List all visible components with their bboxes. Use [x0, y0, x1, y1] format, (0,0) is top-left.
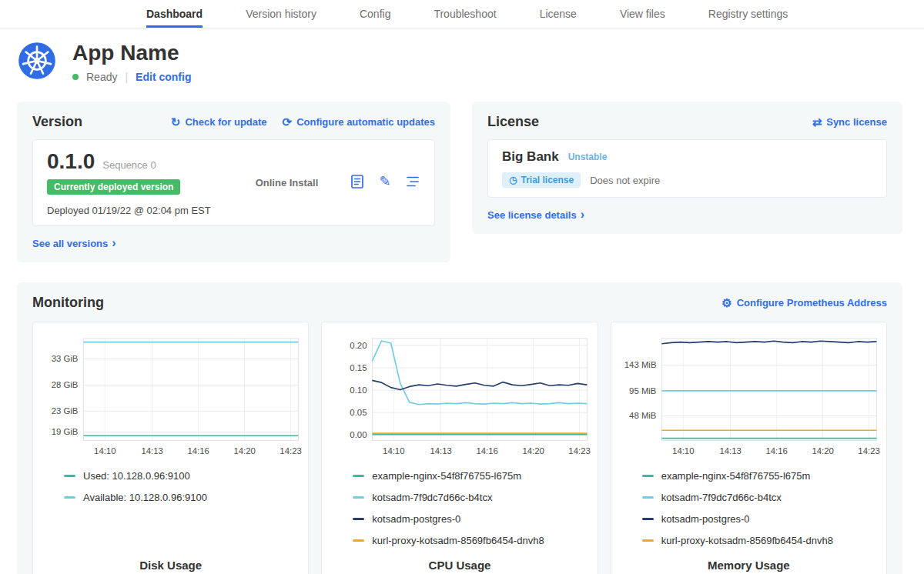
svg-text:14:20: 14:20 — [523, 446, 544, 456]
configure-prometheus-label: Configure Prometheus Address — [737, 297, 887, 309]
svg-text:14:16: 14:16 — [187, 446, 209, 456]
legend-label: kotsadm-postgres-0 — [661, 513, 750, 525]
check-for-update-label: Check for update — [185, 116, 266, 128]
sync-license-link[interactable]: ⇄ Sync license — [812, 116, 887, 128]
tab-troubleshoot[interactable]: Troubleshoot — [434, 0, 496, 28]
legend-swatch-icon — [642, 475, 654, 477]
legend-swatch-icon — [353, 496, 364, 499]
configure-automatic-updates-link[interactable]: ⟳ Configure automatic updates — [283, 116, 435, 128]
legend-swatch-icon — [353, 518, 364, 520]
svg-text:0.15: 0.15 — [350, 363, 367, 372]
refresh-icon: ↻ — [171, 116, 181, 128]
legend-label: kurl-proxy-kotsadm-8569fb6454-dnvh8 — [661, 535, 833, 546]
svg-text:14:20: 14:20 — [812, 446, 833, 456]
version-number: 0.1.0 — [47, 149, 95, 174]
chart-legend: example-nginx-54f8f76755-l675mkotsadm-7f… — [328, 470, 591, 556]
license-detail-box: Big Bank Unstable ◷ Trial license Does n… — [487, 139, 887, 198]
legend-label: example-nginx-54f8f76755-l675m — [661, 470, 811, 482]
svg-text:14:23: 14:23 — [569, 446, 591, 456]
configure-automatic-updates-label: Configure automatic updates — [296, 116, 435, 128]
check-for-update-link[interactable]: ↻ Check for update — [171, 116, 267, 128]
gear-icon: ⚙ — [721, 297, 732, 309]
legend-item: kurl-proxy-kotsadm-8569fb6454-dnvh8 — [353, 535, 591, 546]
legend-label: kotsadm-postgres-0 — [372, 513, 460, 525]
svg-text:28 GiB: 28 GiB — [52, 380, 79, 389]
see-all-versions-link[interactable]: See all versions › — [32, 237, 116, 249]
cpu-usage-plot: 14:1014:1314:1614:2014:230.000.050.100.1… — [328, 332, 591, 461]
legend-label: kotsadm-7f9dc7d66c-b4tcx — [372, 492, 492, 503]
memory-usage-plot: 14:1014:1314:1614:2014:2348 MiB95 MiB143… — [618, 332, 880, 461]
chart-disk-usage: 14:1014:1314:1614:2014:2319 GiB23 GiB28 … — [32, 322, 309, 574]
current-version-box: 0.1.0 Sequence 0 Currently deployed vers… — [32, 139, 435, 226]
svg-text:48 MiB: 48 MiB — [629, 411, 656, 420]
edit-patch-icon[interactable]: ✎ — [377, 174, 393, 189]
deployed-version-badge: Currently deployed version — [47, 179, 180, 195]
app-header-text: App Name Ready | Edit config — [72, 41, 191, 83]
release-notes-icon[interactable] — [350, 174, 365, 189]
svg-text:14:16: 14:16 — [477, 446, 498, 456]
ready-status-dot-icon — [72, 74, 79, 80]
configure-prometheus-link[interactable]: ⚙ Configure Prometheus Address — [721, 297, 887, 309]
legend-item: kotsadm-postgres-0 — [353, 513, 591, 525]
legend-swatch-icon — [64, 496, 75, 499]
svg-text:14:23: 14:23 — [280, 446, 301, 456]
edit-config-link[interactable]: Edit config — [136, 71, 191, 83]
license-card: License ⇄ Sync license Big Bank Unstable… — [472, 102, 902, 234]
svg-text:0.20: 0.20 — [350, 340, 367, 349]
sync-icon: ⇄ — [812, 116, 822, 128]
chart-title: CPU Usage — [328, 559, 591, 573]
top-navigation: Dashboard Version history Config Trouble… — [0, 0, 924, 28]
legend-swatch-icon — [353, 475, 364, 477]
chart-title: Disk Usage — [39, 559, 302, 573]
legend-item: example-nginx-54f8f76755-l675m — [642, 470, 880, 482]
svg-text:14:20: 14:20 — [233, 446, 255, 456]
channel-label: Unstable — [568, 152, 608, 162]
trial-license-badge: ◷ Trial license — [502, 172, 581, 188]
tab-config[interactable]: Config — [360, 0, 390, 28]
disk-usage-plot: 14:1014:1314:1614:2014:2319 GiB23 GiB28 … — [39, 332, 302, 461]
summary-cards-row: Version ↻ Check for update ⟳ Configure a… — [17, 102, 902, 262]
svg-text:14:13: 14:13 — [719, 446, 741, 456]
diff-icon[interactable] — [405, 174, 420, 189]
chevron-right-icon: › — [581, 209, 584, 221]
legend-label: kurl-proxy-kotsadm-8569fb6454-dnvh8 — [372, 535, 544, 546]
clock-icon: ◷ — [509, 175, 517, 185]
tab-version-history[interactable]: Version history — [246, 0, 316, 28]
svg-text:14:13: 14:13 — [430, 446, 452, 456]
license-expiration-text: Does not expire — [590, 175, 660, 186]
legend-label: kotsadm-7f9dc7d66c-b4tcx — [661, 492, 782, 503]
legend-label: Used: 10.128.0.96:9100 — [83, 470, 190, 482]
legend-swatch-icon — [642, 496, 654, 499]
tab-registry-settings[interactable]: Registry settings — [708, 0, 788, 28]
monitoring-title: Monitoring — [32, 295, 104, 311]
tab-dashboard[interactable]: Dashboard — [146, 0, 203, 28]
svg-text:95 MiB: 95 MiB — [629, 386, 656, 395]
svg-text:14:10: 14:10 — [672, 446, 694, 456]
tab-license[interactable]: License — [540, 0, 577, 28]
svg-text:14:10: 14:10 — [94, 446, 116, 456]
see-license-details-link[interactable]: See license details › — [487, 209, 584, 221]
auto-update-icon: ⟳ — [283, 116, 293, 128]
chart-memory-usage: 14:1014:1314:1614:2014:2348 MiB95 MiB143… — [611, 322, 887, 574]
legend-item: kotsadm-7f9dc7d66c-b4tcx — [642, 492, 880, 503]
svg-text:143 MiB: 143 MiB — [624, 360, 656, 369]
monitoring-card: Monitoring ⚙ Configure Prometheus Addres… — [17, 282, 902, 574]
svg-text:0.00: 0.00 — [350, 430, 367, 439]
app-name-title: App Name — [72, 41, 191, 65]
install-type-label: Online Install — [256, 177, 319, 189]
legend-label: example-nginx-54f8f76755-l675m — [372, 470, 521, 482]
sync-license-label: Sync license — [826, 116, 887, 128]
charts-row: 14:1014:1314:1614:2014:2319 GiB23 GiB28 … — [32, 322, 887, 574]
version-card: Version ↻ Check for update ⟳ Configure a… — [17, 102, 450, 262]
svg-text:23 GiB: 23 GiB — [52, 406, 79, 415]
version-card-title: Version — [32, 114, 82, 130]
chevron-right-icon: › — [112, 237, 116, 249]
legend-swatch-icon — [642, 539, 654, 542]
chart-legend: example-nginx-54f8f76755-l675mkotsadm-7f… — [618, 470, 880, 556]
tab-view-files[interactable]: View files — [620, 0, 665, 28]
legend-item: Used: 10.128.0.96:9100 — [64, 470, 302, 482]
chart-cpu-usage: 14:1014:1314:1614:2014:230.000.050.100.1… — [321, 322, 598, 574]
svg-text:0.05: 0.05 — [350, 408, 367, 417]
svg-text:14:13: 14:13 — [141, 446, 162, 456]
legend-item: kotsadm-7f9dc7d66c-b4tcx — [353, 492, 591, 503]
